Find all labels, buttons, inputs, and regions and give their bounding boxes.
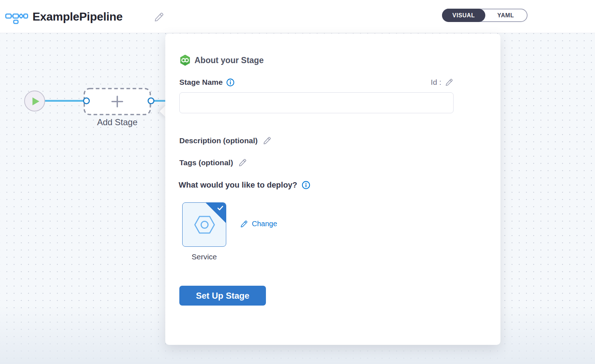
deploy-option-service-card[interactable]: [182, 202, 226, 247]
about-stage-popover: About your Stage Stage Name Id : Descrip…: [165, 34, 500, 345]
top-bar: ExamplePipeline VISUAL YAML: [0, 0, 595, 33]
set-up-stage-button[interactable]: Set Up Stage: [179, 286, 266, 306]
check-icon: [217, 206, 223, 211]
edit-tags-pencil-icon[interactable]: [238, 158, 247, 167]
edit-id-pencil-icon[interactable]: [445, 78, 454, 87]
description-label: Description (optional): [179, 136, 258, 145]
deploy-question-label: What would you like to deploy?: [179, 180, 297, 190]
stage-name-info-icon[interactable]: [226, 78, 235, 87]
pipeline-start-node[interactable]: [24, 91, 45, 111]
stage-name-input[interactable]: [179, 92, 454, 113]
deploy-info-icon[interactable]: [302, 181, 310, 189]
stage-name-label: Stage Name: [179, 78, 223, 87]
edge-start-to-addstage: [44, 100, 87, 102]
visual-yaml-toggle: VISUAL YAML: [442, 9, 528, 22]
change-deploy-type-link[interactable]: Change: [240, 220, 277, 228]
edit-description-pencil-icon[interactable]: [263, 136, 272, 145]
edit-title-pencil-icon[interactable]: [154, 12, 165, 22]
popover-header: About your Stage: [180, 54, 264, 66]
port-start-out[interactable]: [83, 97, 90, 104]
toggle-yaml-button[interactable]: YAML: [485, 9, 527, 21]
service-card-label: Service: [182, 253, 226, 261]
play-icon: [32, 97, 39, 105]
add-stage-label: Add Stage: [83, 117, 151, 127]
stage-name-row: Stage Name Id :: [179, 78, 454, 87]
stage-id-label: Id :: [431, 78, 441, 87]
description-row[interactable]: Description (optional): [179, 136, 272, 145]
change-label: Change: [252, 220, 277, 228]
pipeline-icon: [5, 10, 28, 24]
tags-row[interactable]: Tags (optional): [179, 158, 247, 167]
change-pencil-icon: [240, 220, 248, 228]
deploy-question-row: What would you like to deploy?: [179, 180, 310, 190]
pipeline-canvas: Add Stage About your Stage Stage Name: [0, 33, 595, 364]
port-addstage-out[interactable]: [148, 97, 154, 104]
page-title: ExamplePipeline: [32, 10, 123, 23]
add-stage-node[interactable]: [83, 88, 151, 115]
service-hexagon-icon: [193, 215, 216, 235]
tags-label: Tags (optional): [179, 158, 233, 167]
toggle-visual-button[interactable]: VISUAL: [442, 9, 485, 22]
popover-title: About your Stage: [194, 56, 264, 65]
cd-module-icon: [180, 54, 191, 66]
